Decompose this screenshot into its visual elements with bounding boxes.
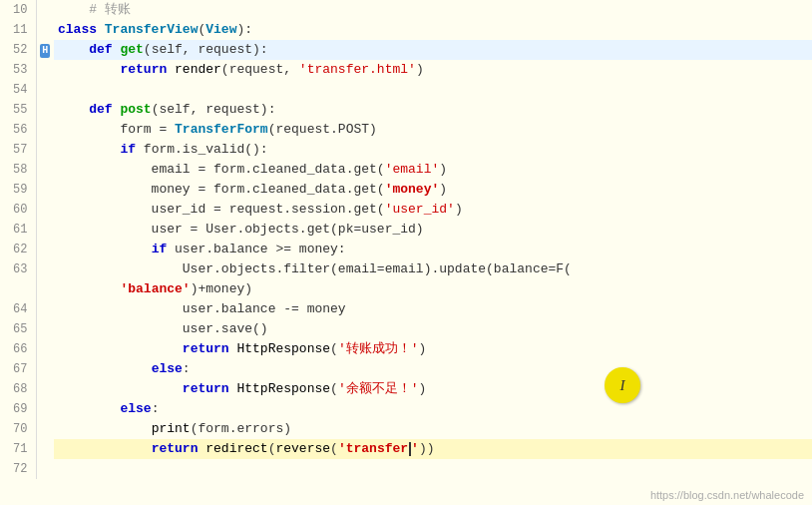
highlighted-string: 'money' [385, 182, 440, 197]
plain [58, 381, 183, 396]
plain: ( [330, 381, 338, 396]
line-number: 72 [0, 459, 36, 479]
classname: TransferForm [175, 122, 268, 137]
plain [58, 281, 120, 296]
line-number: 64 [0, 299, 36, 319]
line-marker [36, 259, 54, 279]
keyword: return [120, 62, 175, 77]
line-content: money = form.cleaned_data.get('money') [54, 180, 812, 200]
plain: (self, request): [144, 42, 268, 57]
plain: money = form.cleaned_data.get( [58, 182, 385, 197]
table-row: 58 email = form.cleaned_data.get('email'… [0, 160, 812, 180]
line-marker [36, 60, 54, 80]
line-number: 53 [0, 60, 36, 80]
plain: : [152, 401, 160, 416]
string: '转账成功！' [338, 341, 419, 356]
annotation-circle: I [605, 367, 640, 403]
string: '余额不足！' [338, 381, 419, 396]
line-marker [36, 180, 54, 200]
table-row: 56 form = TransferForm(request.POST) [0, 120, 812, 140]
line-content [54, 459, 812, 479]
breakpoint-marker: H [40, 44, 50, 58]
string: 'user_id' [385, 202, 455, 217]
line-number: 55 [0, 100, 36, 120]
line-number: 65 [0, 319, 36, 339]
line-number: 58 [0, 160, 36, 180]
line-number: 52 [0, 40, 36, 60]
plain: ): [236, 22, 252, 37]
line-marker [36, 80, 54, 100]
table-row: 70 print(form.errors) [0, 419, 812, 439]
line-number: 59 [0, 180, 36, 200]
line-marker [36, 100, 54, 120]
plain: ) [418, 381, 426, 396]
plain: form = [58, 122, 175, 137]
table-row: 67 else: [0, 359, 812, 379]
table-row: 65 user.save() [0, 319, 812, 339]
table-row: 60 user_id = request.session.get('user_i… [0, 200, 812, 220]
plain: user.balance >= money: [175, 242, 346, 256]
plain [58, 142, 120, 157]
line-content: user.save() [54, 319, 812, 339]
table-row: 52 H def get(self, request): [0, 40, 812, 60]
line-number: 71 [0, 439, 36, 459]
line-content: return HttpResponse('余额不足！') [54, 379, 812, 399]
function: print [152, 421, 191, 436]
highlighted-string: 'balance' [120, 281, 190, 296]
table-row: 66 return HttpResponse('转账成功！') [0, 339, 812, 359]
line-number: 10 [0, 0, 36, 20]
plain: ( [330, 441, 338, 456]
line-marker [36, 279, 54, 299]
line-number: 57 [0, 140, 36, 160]
line-number: 67 [0, 359, 36, 379]
line-marker [36, 120, 54, 140]
line-content: user = User.objects.get(pk=user_id) [54, 220, 812, 240]
string: 'transfer.html' [299, 62, 416, 77]
line-number: 63 [0, 259, 36, 279]
plain [58, 441, 152, 456]
table-row: 10 # 转账 [0, 0, 812, 20]
plain: )) [419, 441, 435, 456]
watermark: https://blog.csdn.net/whalecode [650, 489, 804, 501]
line-content: return render(request, 'transfer.html') [54, 60, 812, 80]
line-marker [36, 439, 54, 459]
function-name: post [120, 102, 151, 117]
plain: form.is_valid(): [144, 142, 268, 157]
table-row: 53 return render(request, 'transfer.html… [0, 60, 812, 80]
string: 'email' [385, 162, 440, 177]
highlighted-string: ' [411, 441, 419, 456]
keyword: class [58, 22, 105, 37]
line-content: email = form.cleaned_data.get('email') [54, 160, 812, 180]
line-number: 69 [0, 399, 36, 419]
line-number: 66 [0, 339, 36, 359]
line-content: print(form.errors) [54, 419, 812, 439]
annotation-text: I [620, 377, 625, 394]
plain: ) [455, 202, 463, 217]
table-row: 55 def post(self, request): [0, 100, 812, 120]
keyword: def [89, 42, 120, 57]
line-marker [36, 140, 54, 160]
line-marker [36, 459, 54, 479]
plain [58, 361, 152, 376]
plain: (form.errors) [191, 421, 291, 436]
keyword: else [120, 401, 151, 416]
line-number: 62 [0, 240, 36, 259]
plain [58, 242, 152, 256]
line-content: def get(self, request): [54, 40, 812, 60]
plain: user_id = request.session.get( [58, 202, 385, 217]
keyword: return [183, 381, 237, 396]
plain: ) [439, 182, 447, 197]
keyword: return [152, 441, 206, 456]
line-number: 60 [0, 200, 36, 220]
line-marker [36, 200, 54, 220]
plain [58, 341, 183, 356]
keyword: if [152, 242, 175, 256]
line-content: class TransferView(View): [54, 20, 812, 40]
table-row: 59 money = form.cleaned_data.get('money'… [0, 180, 812, 200]
line-number: 56 [0, 120, 36, 140]
line-marker: H [36, 40, 54, 60]
line-marker [36, 20, 54, 40]
plain: (request, [221, 62, 299, 77]
line-content: return HttpResponse('转账成功！') [54, 339, 812, 359]
table-row: 68 return HttpResponse('余额不足！') [0, 379, 812, 399]
